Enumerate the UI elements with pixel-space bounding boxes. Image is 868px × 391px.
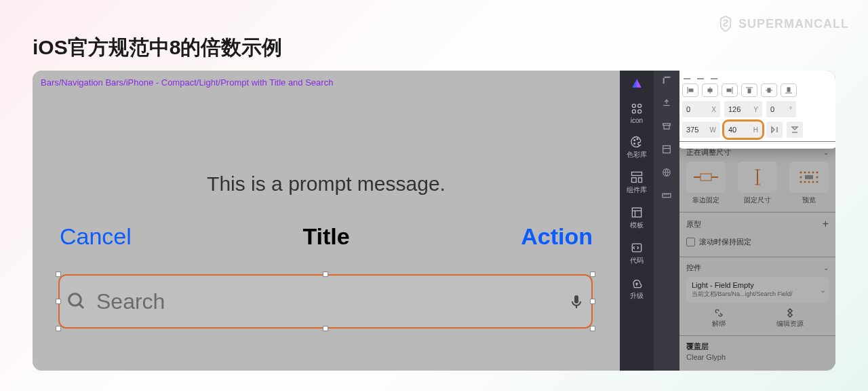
resize-handle[interactable] xyxy=(56,272,61,277)
component-path: 当前文档/Bars/Na...ight/Search Field/ xyxy=(692,290,816,299)
section-title: 原型 xyxy=(686,219,701,229)
svg-point-52 xyxy=(816,181,818,183)
app-logo[interactable] xyxy=(620,73,654,96)
section-resize: 正在调整尺寸⌄ 靠边固定 固定尺寸 预览 xyxy=(679,141,835,212)
globe-icon[interactable] xyxy=(661,167,672,178)
rail-label: 模板 xyxy=(630,221,644,230)
rail-label: 色彩库 xyxy=(627,150,647,160)
svg-point-6 xyxy=(632,110,635,113)
svg-rect-53 xyxy=(805,175,813,179)
canvas[interactable]: Bars/Navigation Bars/iPhone - Compact/Li… xyxy=(33,71,620,371)
rail-icon-library[interactable]: icon xyxy=(620,96,654,130)
svg-rect-11 xyxy=(632,172,642,176)
rotation-input[interactable]: 0° xyxy=(766,101,796,117)
breadcrumb[interactable]: Bars/Navigation Bars/iPhone - Compact/Li… xyxy=(41,77,333,88)
align-center-v-button[interactable] xyxy=(761,83,777,97)
resize-handle[interactable] xyxy=(323,326,328,331)
svg-point-45 xyxy=(816,172,818,174)
constraint-pin[interactable]: 靠边固定 xyxy=(686,162,726,205)
svg-point-51 xyxy=(812,181,814,183)
rail-upgrade[interactable]: 升级 xyxy=(620,271,654,306)
svg-rect-34 xyxy=(787,88,790,92)
svg-point-5 xyxy=(638,104,642,107)
resize-handle[interactable] xyxy=(590,299,595,304)
rail-label: icon xyxy=(631,117,643,124)
align-top-button[interactable] xyxy=(741,83,757,97)
microphone-icon[interactable] xyxy=(568,291,585,312)
prompt-message: This is a prompt message. xyxy=(207,172,446,196)
rail-label: 代码 xyxy=(630,256,644,265)
align-left-button[interactable] xyxy=(682,83,698,97)
rail-code[interactable]: 代码 xyxy=(620,236,654,271)
x-input[interactable]: 0X xyxy=(682,101,720,117)
svg-rect-18 xyxy=(663,124,671,126)
inspector-tabs[interactable] xyxy=(682,75,833,79)
resize-handle[interactable] xyxy=(323,272,328,277)
search-field-selection[interactable]: Search xyxy=(58,274,593,329)
height-input[interactable]: 40H xyxy=(724,122,762,138)
detach-button[interactable]: 解绑 xyxy=(712,308,726,329)
align-right-button[interactable] xyxy=(722,83,738,97)
svg-point-0 xyxy=(69,294,81,306)
scroll-fixed-checkbox[interactable]: 滚动时保持固定 xyxy=(686,234,829,250)
constraint-fixed[interactable]: 固定尺寸 xyxy=(738,162,777,205)
page-title: iOS官方规范中8的倍数示例 xyxy=(33,34,282,62)
svg-rect-35 xyxy=(701,174,711,181)
editor-frame: Bars/Navigation Bars/iPhone - Compact/Li… xyxy=(33,71,835,371)
checkbox-icon[interactable] xyxy=(686,238,695,246)
watermark-logo-icon xyxy=(718,15,733,33)
chevron-down-icon[interactable]: ⌄ xyxy=(823,264,829,272)
svg-rect-14 xyxy=(632,208,641,217)
geometry-popout: 0X 126Y 0° 375W 40H xyxy=(679,71,835,149)
width-input[interactable]: 375W xyxy=(682,122,720,138)
override-item[interactable]: Clear Glyph xyxy=(686,353,829,361)
edit-master-button[interactable]: 编辑资源 xyxy=(776,308,804,329)
search-icon xyxy=(66,291,87,312)
svg-point-42 xyxy=(804,172,806,174)
svg-rect-19 xyxy=(663,146,671,153)
svg-point-41 xyxy=(800,172,802,174)
svg-point-7 xyxy=(638,110,642,113)
action-button[interactable]: Action xyxy=(521,223,593,250)
component-name: Light - Field Empty xyxy=(692,281,816,289)
navbar-title: Title xyxy=(302,223,349,250)
rail-colors[interactable]: 色彩库 xyxy=(620,130,654,165)
svg-point-49 xyxy=(804,181,806,183)
y-input[interactable]: 126Y xyxy=(724,101,762,117)
resize-handle[interactable] xyxy=(590,272,595,277)
svg-rect-28 xyxy=(727,89,731,92)
resize-handle[interactable] xyxy=(56,326,61,331)
search-placeholder: Search xyxy=(96,289,559,314)
cancel-button[interactable]: Cancel xyxy=(60,223,132,250)
collapse-icon[interactable] xyxy=(661,75,672,86)
rail-components[interactable]: 组件库 xyxy=(620,165,654,200)
rail-label: 升级 xyxy=(630,291,644,301)
section-title: 控件 xyxy=(686,263,701,273)
ruler-icon[interactable] xyxy=(661,190,672,201)
constraint-preview[interactable]: 预览 xyxy=(789,162,829,205)
archive-icon[interactable] xyxy=(661,121,672,132)
align-center-h-button[interactable] xyxy=(702,83,718,97)
layers-panel-icon[interactable] xyxy=(661,144,672,155)
svg-point-50 xyxy=(808,181,810,183)
flip-h-button[interactable] xyxy=(766,122,783,138)
component-source[interactable]: Light - Field Empty 当前文档/Bars/Na...ight/… xyxy=(686,277,829,303)
resize-handle[interactable] xyxy=(56,299,61,304)
flip-v-button[interactable] xyxy=(787,122,803,138)
svg-line-1 xyxy=(79,304,83,308)
add-icon[interactable]: + xyxy=(823,218,829,230)
chevron-down-icon[interactable]: ⌄ xyxy=(820,286,826,295)
svg-rect-12 xyxy=(632,178,637,183)
resize-handle[interactable] xyxy=(590,326,595,331)
export-icon[interactable] xyxy=(661,98,672,109)
section-title: 正在调整尺寸 xyxy=(686,147,731,157)
watermark-text: SUPERMANCALL xyxy=(738,17,849,31)
svg-point-10 xyxy=(637,138,638,140)
section-title: 覆盖层 xyxy=(686,341,709,352)
rail-templates[interactable]: 模板 xyxy=(620,200,654,236)
align-bottom-button[interactable] xyxy=(781,83,797,97)
chevron-down-icon[interactable]: ⌄ xyxy=(823,149,829,156)
svg-point-43 xyxy=(808,172,810,174)
svg-point-8 xyxy=(634,140,635,141)
inspector-panel: 0X 126Y 0° 375W 40H 正在调整尺寸⌄ 靠边固定 xyxy=(679,71,835,371)
